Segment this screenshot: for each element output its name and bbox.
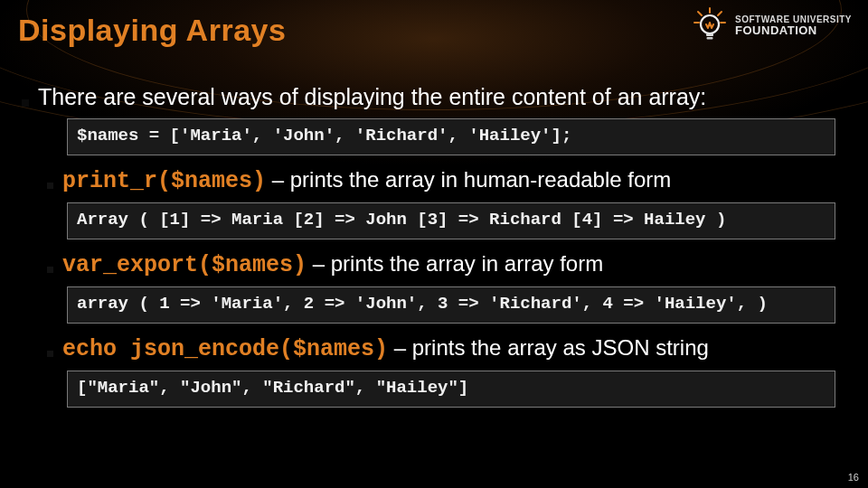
func-desc: – prints the array in human-readable for… — [266, 167, 671, 192]
bullet-icon — [47, 351, 53, 357]
code-box-declare: $names = ['Maria', 'John', 'Richard', 'H… — [67, 118, 835, 155]
bullet-icon — [47, 183, 53, 189]
sub-bullet-varexport: var_export($names) – prints the array in… — [47, 250, 846, 279]
logo: SOFTWARE UNIVERSITY FOUNDATION — [692, 7, 852, 43]
content: There are several ways of displaying the… — [22, 83, 846, 413]
sub-bullet-text: var_export($names) – prints the array in… — [62, 250, 603, 279]
code-box-varexport-output: array ( 1 => 'Maria', 2 => 'John', 3 => … — [67, 286, 835, 324]
svg-rect-6 — [706, 33, 713, 36]
main-bullet-text: There are several ways of displaying the… — [38, 83, 706, 111]
slide: Displaying Arrays SOFTWARE UNIVERSITY FO… — [0, 0, 868, 488]
bullet-icon — [22, 99, 29, 107]
func-desc: – prints the array as JSON string — [388, 335, 709, 360]
sub-bullet-printr: print_r($names) – prints the array in hu… — [47, 166, 846, 195]
main-bullet-row: There are several ways of displaying the… — [22, 83, 846, 111]
logo-line2: FOUNDATION — [735, 24, 852, 36]
sub-bullet-jsonencode: echo json_encode($names) – prints the ar… — [47, 334, 846, 363]
logo-text: SOFTWARE UNIVERSITY FOUNDATION — [735, 15, 852, 36]
code-box-printr-output: Array ( [1] => Maria [2] => John [3] => … — [67, 202, 835, 239]
func-code: echo json_encode($names) — [62, 336, 388, 362]
svg-line-1 — [698, 12, 702, 15]
page-number: 16 — [848, 472, 859, 483]
code-box-json-output: ["Maria", "John", "Richard", "Hailey"] — [67, 371, 835, 408]
func-code: var_export($names) — [62, 252, 307, 278]
logo-line1: SOFTWARE UNIVERSITY — [735, 15, 852, 24]
func-code: print_r($names) — [62, 168, 266, 194]
sub-bullet-text: print_r($names) – prints the array in hu… — [62, 166, 671, 195]
svg-line-2 — [718, 12, 722, 15]
bullet-icon — [47, 267, 53, 273]
slide-title: Displaying Arrays — [18, 13, 286, 48]
sub-bullet-text: echo json_encode($names) – prints the ar… — [62, 334, 709, 363]
lightbulb-icon — [692, 7, 728, 43]
func-desc: – prints the array in array form — [307, 251, 603, 276]
svg-rect-7 — [707, 37, 713, 40]
